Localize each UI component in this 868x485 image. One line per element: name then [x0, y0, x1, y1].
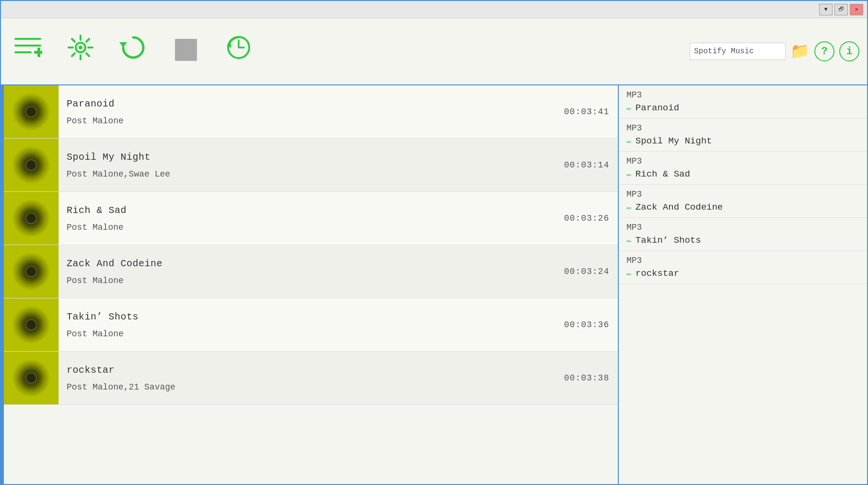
info-icon[interactable]: i — [839, 41, 859, 61]
preview-title-row: ✏ Spoil My Night — [626, 136, 859, 146]
svg-marker-15 — [119, 42, 127, 47]
preview-item: MP3 ✏ Rich & Sad — [619, 152, 867, 185]
preview-title: Paranoid — [636, 103, 679, 113]
track-title: Rich & Sad — [67, 205, 548, 216]
main-content: Paranoid Post Malone 00:03:41 Spoil My N… — [1, 85, 867, 485]
output-section: 📁 ? i — [685, 41, 859, 61]
svg-line-13 — [86, 39, 89, 42]
track-info: Spoil My Night Post Malone,Swae Lee — [59, 139, 556, 191]
preview-format: MP3 — [626, 223, 859, 232]
close-button[interactable]: ✕ — [850, 4, 863, 15]
edit-icon[interactable]: ✏ — [626, 136, 632, 146]
track-row: Takin’ Shots Post Malone 00:03:36 — [4, 298, 618, 352]
preview-format: MP3 — [626, 156, 859, 166]
track-title: Spoil My Night — [67, 152, 548, 163]
preview-title: rockstar — [636, 268, 679, 279]
history-icon — [225, 34, 253, 67]
track-title: rockstar — [67, 365, 548, 376]
preview-item: MP3 ✏ Takin’ Shots — [619, 218, 867, 251]
track-thumbnail — [4, 139, 59, 191]
track-artist: Post Malone — [67, 329, 548, 339]
preview-title: Takin’ Shots — [636, 235, 701, 246]
maximize-button[interactable]: 🗗 — [834, 4, 848, 15]
options-icon — [67, 34, 94, 67]
track-info: Paranoid Post Malone — [59, 85, 556, 138]
track-info: Rich & Sad Post Malone — [59, 192, 556, 245]
track-info: Zack And Codeine Post Malone — [59, 245, 556, 298]
track-thumbnail — [4, 85, 59, 138]
track-info: rockstar Post Malone,21 Savage — [59, 352, 556, 404]
track-title: Zack And Codeine — [67, 258, 548, 269]
add-files-icon — [13, 34, 42, 66]
preview-item: MP3 ✏ rockstar — [619, 251, 867, 284]
track-duration: 00:03:41 — [556, 85, 618, 138]
track-list: Paranoid Post Malone 00:03:41 Spoil My N… — [4, 85, 618, 485]
preview-format: MP3 — [626, 189, 859, 199]
preview-title: Rich & Sad — [636, 169, 690, 179]
svg-rect-4 — [34, 51, 42, 54]
svg-rect-2 — [14, 51, 32, 53]
track-row: Spoil My Night Post Malone,Swae Lee 00:0… — [4, 139, 618, 192]
svg-point-6 — [79, 46, 82, 49]
preview-title: Zack And Codeine — [636, 202, 723, 213]
preview-title-row: ✏ Paranoid — [626, 103, 859, 113]
track-duration: 00:03:24 — [556, 245, 618, 298]
track-title: Takin’ Shots — [67, 311, 548, 322]
svg-rect-1 — [14, 45, 41, 47]
track-row: Rich & Sad Post Malone 00:03:26 — [4, 192, 618, 245]
svg-rect-0 — [14, 38, 41, 40]
preview-title: Spoil My Night — [636, 136, 712, 146]
track-duration: 00:03:38 — [556, 352, 618, 404]
title-bar: ▼ 🗗 ✕ — [1, 1, 867, 18]
history-button[interactable] — [220, 34, 258, 70]
add-files-button[interactable] — [9, 34, 47, 69]
folder-icon[interactable]: 📁 — [790, 42, 810, 61]
edit-icon[interactable]: ✏ — [626, 169, 632, 179]
preview-item: MP3 ✏ Paranoid — [619, 85, 867, 118]
track-duration: 00:03:26 — [556, 192, 618, 245]
edit-icon[interactable]: ✏ — [626, 103, 632, 113]
track-info: Takin’ Shots Post Malone — [59, 298, 556, 351]
track-artist: Post Malone,Swae Lee — [67, 169, 548, 179]
convert-button[interactable] — [114, 34, 152, 70]
track-row: Zack And Codeine Post Malone 00:03:24 — [4, 245, 618, 298]
preview-title-row: ✏ Rich & Sad — [626, 169, 859, 179]
track-row: Paranoid Post Malone 00:03:41 — [4, 85, 618, 139]
svg-line-14 — [72, 53, 75, 56]
window-controls[interactable]: ▼ 🗗 ✕ — [819, 4, 863, 15]
track-thumbnail — [4, 352, 59, 404]
track-duration: 00:03:36 — [556, 298, 618, 351]
track-thumbnail — [4, 245, 59, 298]
preview-title-row: ✏ rockstar — [626, 268, 859, 279]
preview-format: MP3 — [626, 123, 859, 133]
preview-item: MP3 ✏ Spoil My Night — [619, 118, 867, 152]
toolbar: 📁 ? i — [1, 18, 867, 85]
track-title: Paranoid — [67, 98, 548, 109]
preview-format: MP3 — [626, 256, 859, 265]
preview-format: MP3 — [626, 90, 859, 100]
preview-title-row: ✏ Takin’ Shots — [626, 235, 859, 246]
stop-icon — [175, 39, 197, 61]
preview-item: MP3 ✏ Zack And Codeine — [619, 185, 867, 218]
track-artist: Post Malone — [67, 223, 548, 232]
help-icon[interactable]: ? — [814, 41, 834, 61]
convert-icon — [119, 34, 147, 67]
preview-title-row: ✏ Zack And Codeine — [626, 202, 859, 213]
options-button[interactable] — [61, 34, 100, 70]
track-thumbnail — [4, 192, 59, 245]
right-panel: MP3 ✏ Paranoid MP3 ✏ Spoil My Night MP3 … — [618, 85, 867, 485]
output-input[interactable] — [690, 43, 786, 60]
svg-line-11 — [72, 39, 75, 42]
edit-icon[interactable]: ✏ — [626, 268, 632, 279]
minimize-button[interactable]: ▼ — [819, 4, 833, 15]
track-thumbnail — [4, 298, 59, 351]
track-artist: Post Malone — [67, 276, 548, 285]
edit-icon[interactable]: ✏ — [626, 202, 632, 213]
edit-icon[interactable]: ✏ — [626, 235, 632, 246]
track-artist: Post Malone,21 Savage — [67, 382, 548, 392]
track-row: rockstar Post Malone,21 Savage 00:03:38 — [4, 352, 618, 405]
stop-button[interactable] — [167, 39, 205, 64]
track-duration: 00:03:14 — [556, 139, 618, 191]
svg-line-12 — [86, 53, 89, 56]
track-artist: Post Malone — [67, 116, 548, 126]
